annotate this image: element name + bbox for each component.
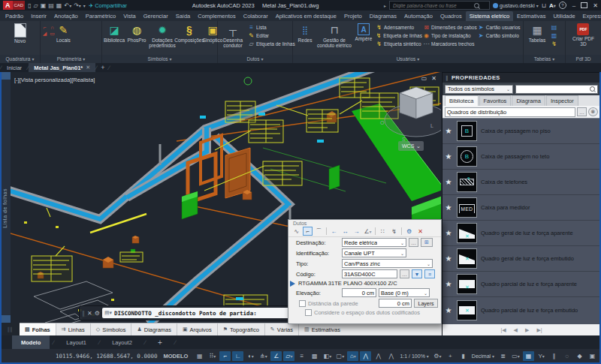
tabelas-button[interactable]: ▦ Tabelas xyxy=(524,22,550,55)
destinacao-browse-button[interactable]: … xyxy=(409,238,418,247)
codigo-list-icon[interactable]: ≡ xyxy=(424,269,435,278)
space-indicator[interactable]: MODELO xyxy=(163,353,188,359)
tab-utilidade[interactable]: Utilidade xyxy=(549,11,578,21)
library-filter-input[interactable] xyxy=(445,107,575,117)
list-item[interactable]: ★ ✕ Quadro geral de luz e força embutido xyxy=(442,246,600,272)
dutos-dialog[interactable]: Dutos ∿ ⌐ ⌒ ← ↔ → ∠▾ ∷ ↯ ⚙ ✕ Destinação:… xyxy=(288,219,442,324)
tab-diagramas-strip[interactable]: ♟Diagramas xyxy=(131,323,177,335)
command-grip-icon[interactable]: ∥ xyxy=(82,310,85,317)
layers-button[interactable]: Layers xyxy=(414,299,438,308)
distancia-checkbox[interactable] xyxy=(299,300,306,307)
tab-express-tools[interactable]: Express Tools xyxy=(579,11,601,21)
plot-icon[interactable]: ▤ xyxy=(48,2,54,9)
list-item[interactable]: ★ MED Caixa para medidor xyxy=(442,195,600,221)
qat-dropdown-icon[interactable]: ▾ xyxy=(83,3,86,8)
tab-layout2[interactable]: Layout2 xyxy=(103,335,141,349)
dotacoes-button[interactable]: ✹ Dotações predefinidos xyxy=(148,22,177,55)
isodraft-icon[interactable]: ⋔▾ xyxy=(258,351,269,361)
elevacao-input[interactable]: 0 cm xyxy=(342,288,376,297)
tab-estimativas[interactable]: Estimativas xyxy=(513,11,549,21)
recent-commands-icon[interactable]: ▤▾ xyxy=(104,310,112,316)
dynamic-input-icon[interactable]: ⋀ xyxy=(360,351,371,361)
tab-aplicativos[interactable]: Aplicativos em destaque xyxy=(272,11,340,21)
cartao-usuarios-button[interactable]: ➤Cartão usuarios xyxy=(478,24,522,31)
distancia-input[interactable]: 0 cm xyxy=(379,299,412,308)
command-close-icon[interactable]: ✕ xyxy=(87,310,92,317)
biblioteca-button[interactable]: ◪ Biblioteca xyxy=(103,22,125,55)
cartao-simbolo-button[interactable]: ➤Cartão símbolo xyxy=(478,32,522,39)
adensamento-button[interactable]: ↯Adensamento xyxy=(376,24,422,31)
close-document-icon[interactable]: ✕ xyxy=(86,65,90,71)
new-icon[interactable]: ▯ xyxy=(28,2,31,9)
direction-left-icon[interactable]: ← xyxy=(329,227,339,236)
tab-folhas[interactable]: ▤Folhas xyxy=(20,323,56,335)
clean-screen-icon[interactable]: ▣ xyxy=(587,351,598,361)
app-store-icon[interactable]: ⊔ xyxy=(542,2,546,9)
filter-clear-icon[interactable]: ⊗ xyxy=(588,107,598,116)
tab-layout1[interactable]: Layout1 xyxy=(57,335,95,349)
dimensoes-cabos-button[interactable]: ⊠Dimensões de cabos xyxy=(423,24,477,31)
novo-button[interactable]: Novo xyxy=(14,22,26,55)
list-item[interactable]: ★ a Caixa de telefones xyxy=(442,170,600,195)
tab-complementos[interactable]: Complementos xyxy=(194,11,239,21)
tab-projeto[interactable]: Projeto xyxy=(340,11,366,21)
tab-saida[interactable]: Saída xyxy=(172,11,195,21)
symbol-type-select[interactable]: Todos os símbolos⌄ xyxy=(445,85,513,94)
etiqueta-sintetico-button[interactable]: ↯Etiqueta sintético xyxy=(376,41,422,47)
osnap-tracking-icon[interactable]: ∠ xyxy=(270,351,282,361)
tab-padrao[interactable]: Padrão xyxy=(2,11,27,21)
selection-cycling-icon[interactable]: ◧▾ xyxy=(322,351,333,361)
tab-parametrico[interactable]: Paramétrico xyxy=(82,11,119,21)
favorite-star-icon[interactable]: ★ xyxy=(444,203,453,212)
autoscale-icon[interactable]: ⋀ xyxy=(385,351,397,361)
tab-strip-grip[interactable]: ∥∥ xyxy=(0,323,20,335)
tab-varias[interactable]: ✎Várias xyxy=(265,323,299,335)
sheet-list-sidebar[interactable]: Lista de folhas xyxy=(0,72,11,324)
restore-button[interactable] xyxy=(581,2,587,8)
properties-header[interactable]: ∥ PROPRIEDADES xyxy=(442,73,600,83)
print-icon[interactable]: ▦ xyxy=(56,2,62,9)
lista-button[interactable]: ≡Lista xyxy=(248,24,295,31)
help-icon[interactable]: ? xyxy=(559,2,566,9)
filter-browse-button[interactable]: … xyxy=(577,107,587,116)
lock-ui-icon[interactable]: ▭▾ xyxy=(510,351,521,361)
filter-icon[interactable]: ∥ xyxy=(548,351,560,361)
tab-automacao[interactable]: Automação xyxy=(400,11,436,21)
favorite-star-icon[interactable]: ★ xyxy=(444,306,453,314)
prev-page-icon[interactable]: ◀ xyxy=(514,327,518,333)
tab-arquivos[interactable]: ▣Arquivos xyxy=(177,323,218,335)
panel-grip-icon[interactable]: ∥ xyxy=(445,75,448,81)
help-search-input[interactable] xyxy=(391,2,473,9)
save-icon[interactable]: ▣ xyxy=(41,2,47,9)
criar-pdf3d-button[interactable]: PDF Criar PDF 3D xyxy=(572,22,594,55)
tab-topografico[interactable]: ⚑Topográfico xyxy=(218,323,265,335)
next-page-icon[interactable]: ▶ xyxy=(525,327,529,333)
symbol-search-box[interactable] xyxy=(515,85,598,94)
tabela-update-icon[interactable]: ↯ xyxy=(551,41,557,47)
command-customize-icon[interactable]: ⚙ xyxy=(95,310,100,317)
direction-right-icon[interactable]: → xyxy=(352,227,361,236)
favorite-star-icon[interactable]: ★ xyxy=(444,280,453,288)
tab-active-document[interactable]: Metal Jas_Plan01* ✕ xyxy=(29,63,95,72)
symbol-search-input[interactable] xyxy=(518,86,590,92)
tipo-select[interactable]: Can/Pass zinc⌄ xyxy=(342,259,433,268)
quick-properties-icon[interactable]: ≣ xyxy=(497,351,509,361)
search-icon[interactable] xyxy=(474,3,479,8)
etiqueta-linhas-button[interactable]: ▱Etiqueta de linhas xyxy=(248,41,295,47)
list-item[interactable]: ★ B Caixa de passagem no teto xyxy=(442,144,600,170)
tab-gerenciar[interactable]: Gerenciar xyxy=(140,11,172,21)
snap-icon[interactable]: ⠿▾ xyxy=(207,351,218,361)
wcs-button[interactable]: WCS ⌄ xyxy=(398,141,424,151)
panel-title-quadratura[interactable]: Quadratura▾ xyxy=(0,55,40,63)
autodesk-apps-icon[interactable]: A▾ xyxy=(549,2,556,9)
tab-biblioteca[interactable]: Biblioteca xyxy=(445,95,479,106)
tab-favoritos[interactable]: Favoritos xyxy=(479,95,512,106)
points-icon[interactable]: ∷ xyxy=(378,227,388,236)
list-item[interactable]: ★ ✕ Quadro parcial de luz e força aparen… xyxy=(442,272,600,297)
tab-diagramas[interactable]: Diagramas xyxy=(366,11,400,21)
considere-checkbox[interactable] xyxy=(305,309,312,316)
tab-inserir[interactable]: Inserir xyxy=(27,11,50,21)
favorite-star-icon[interactable]: ★ xyxy=(444,152,453,161)
polar-tracking-icon[interactable]: ◐▾ xyxy=(245,351,256,361)
list-item[interactable]: ★ ✕ Quadro parcial de luz e força embuti… xyxy=(442,297,600,323)
